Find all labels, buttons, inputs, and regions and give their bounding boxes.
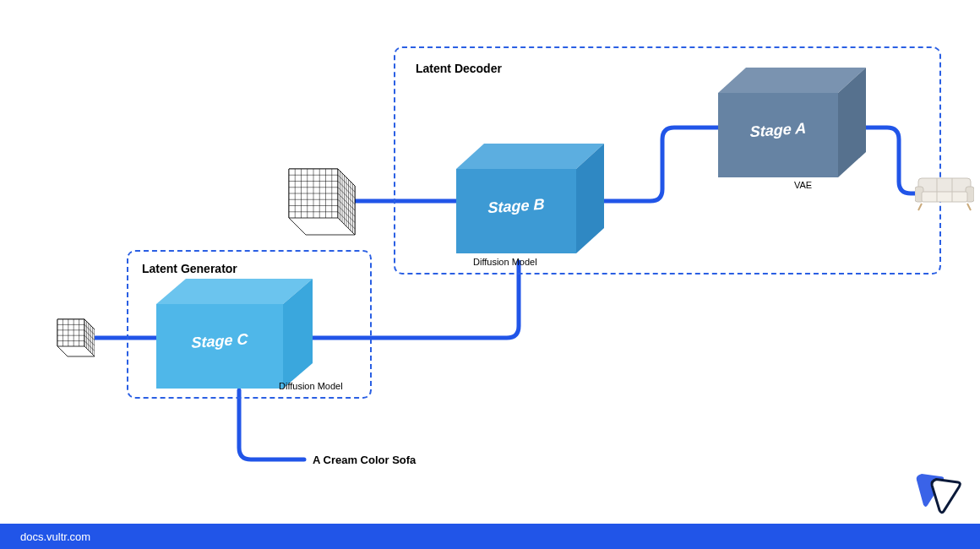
stage-c-cube: Stage C [156,279,325,397]
svg-line-71 [918,204,922,210]
footer-text: docs.vultr.com [20,530,90,543]
sofa-icon [915,173,974,212]
svg-line-72 [967,204,971,210]
stage-a-cube: Stage A [718,68,879,186]
svg-rect-66 [922,192,967,202]
generator-title: Latent Generator [142,262,237,275]
stage-b-cube: Stage B [456,144,617,262]
prompt-text: A Cream Color Sofa [313,454,416,466]
decoder-title: Latent Decoder [416,62,502,75]
vultr-logo-icon [912,471,965,515]
stage-b-sublabel: Diffusion Model [473,257,537,267]
grid-cube-small-icon [47,313,95,360]
footer-bar: docs.vultr.com [0,524,980,549]
diagram-canvas: Latent Generator Latent Decoder [0,0,980,549]
stage-c-sublabel: Diffusion Model [279,381,343,391]
stage-a-sublabel: VAE [794,180,812,190]
grid-cube-large-icon [272,159,357,243]
